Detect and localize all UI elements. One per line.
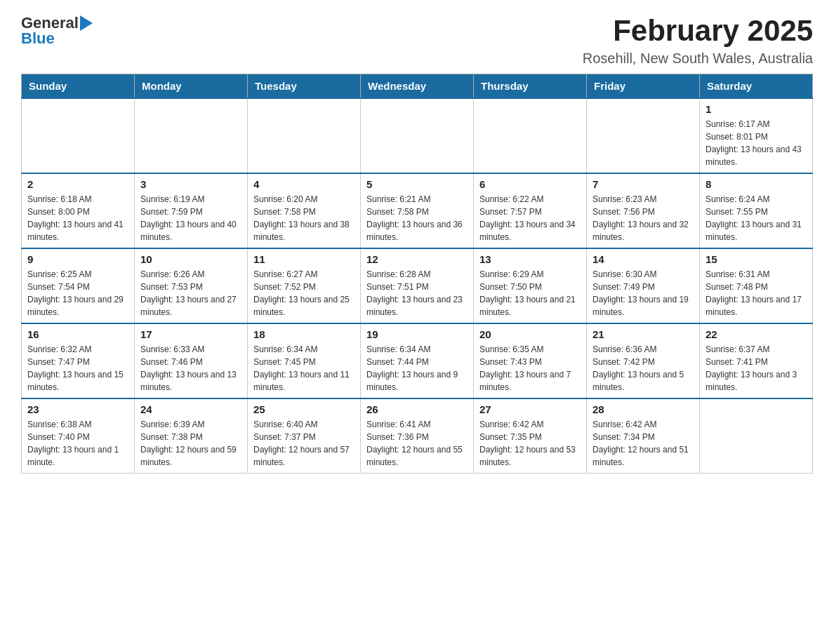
calendar-cell: 2Sunrise: 6:18 AMSunset: 8:00 PMDaylight… [22,173,135,248]
calendar-table: SundayMondayTuesdayWednesdayThursdayFrid… [21,74,813,474]
calendar-cell: 9Sunrise: 6:25 AMSunset: 7:54 PMDaylight… [22,248,135,323]
day-info: Sunrise: 6:27 AMSunset: 7:52 PMDaylight:… [253,268,355,318]
calendar-cell [700,398,813,474]
day-info: Sunrise: 6:34 AMSunset: 7:45 PMDaylight:… [253,343,355,394]
day-number: 8 [706,178,807,190]
month-title: February 2025 [583,14,813,48]
day-number: 4 [253,178,355,190]
calendar-cell [474,98,587,173]
day-info: Sunrise: 6:38 AMSunset: 7:40 PMDaylight:… [27,418,128,469]
day-number: 28 [593,403,694,415]
calendar-cell: 18Sunrise: 6:34 AMSunset: 7:45 PMDayligh… [248,323,361,398]
day-number: 10 [140,253,241,265]
day-number: 9 [27,253,128,265]
calendar-cell: 19Sunrise: 6:34 AMSunset: 7:44 PMDayligh… [361,323,474,398]
day-info: Sunrise: 6:41 AMSunset: 7:36 PMDaylight:… [366,418,468,469]
day-info: Sunrise: 6:36 AMSunset: 7:42 PMDaylight:… [593,343,694,394]
day-info: Sunrise: 6:20 AMSunset: 7:58 PMDaylight:… [253,193,355,243]
logo-blue-text: Blue [21,29,55,48]
day-info: Sunrise: 6:18 AMSunset: 8:00 PMDaylight:… [27,193,128,243]
weekday-header-thursday: Thursday [474,74,587,99]
calendar-cell: 7Sunrise: 6:23 AMSunset: 7:56 PMDaylight… [587,173,700,248]
calendar-cell: 4Sunrise: 6:20 AMSunset: 7:58 PMDaylight… [248,173,361,248]
day-info: Sunrise: 6:21 AMSunset: 7:58 PMDaylight:… [366,193,468,243]
logo: General Blue [21,14,93,48]
day-number: 13 [479,253,581,265]
calendar-cell [22,98,135,173]
calendar-week-row: 9Sunrise: 6:25 AMSunset: 7:54 PMDaylight… [22,248,813,323]
day-info: Sunrise: 6:23 AMSunset: 7:56 PMDaylight:… [593,193,694,243]
day-info: Sunrise: 6:22 AMSunset: 7:57 PMDaylight:… [479,193,581,243]
day-info: Sunrise: 6:31 AMSunset: 7:48 PMDaylight:… [706,268,807,318]
calendar-cell [587,98,700,173]
day-number: 2 [27,178,128,190]
day-info: Sunrise: 6:42 AMSunset: 7:35 PMDaylight:… [479,418,581,469]
day-info: Sunrise: 6:35 AMSunset: 7:43 PMDaylight:… [479,343,581,394]
calendar-cell: 23Sunrise: 6:38 AMSunset: 7:40 PMDayligh… [22,398,135,474]
calendar-cell [135,98,248,173]
day-number: 16 [27,328,128,340]
calendar-cell: 3Sunrise: 6:19 AMSunset: 7:59 PMDaylight… [135,173,248,248]
calendar-cell: 5Sunrise: 6:21 AMSunset: 7:58 PMDaylight… [361,173,474,248]
location-subtitle: Rosehill, New South Wales, Australia [583,51,813,67]
day-info: Sunrise: 6:39 AMSunset: 7:38 PMDaylight:… [140,418,241,469]
day-number: 24 [140,403,241,415]
calendar-cell: 16Sunrise: 6:32 AMSunset: 7:47 PMDayligh… [22,323,135,398]
calendar-cell: 20Sunrise: 6:35 AMSunset: 7:43 PMDayligh… [474,323,587,398]
calendar-cell: 27Sunrise: 6:42 AMSunset: 7:35 PMDayligh… [474,398,587,474]
day-info: Sunrise: 6:30 AMSunset: 7:49 PMDaylight:… [593,268,694,318]
day-number: 7 [593,178,694,190]
weekday-header-sunday: Sunday [22,74,135,99]
calendar-week-row: 1Sunrise: 6:17 AMSunset: 8:01 PMDaylight… [22,98,813,173]
day-number: 11 [253,253,355,265]
page-header: General Blue February 2025 Rosehill, New… [21,14,813,67]
day-number: 12 [366,253,468,265]
day-number: 17 [140,328,241,340]
day-number: 18 [253,328,355,340]
weekday-header-saturday: Saturday [700,74,813,99]
day-info: Sunrise: 6:37 AMSunset: 7:41 PMDaylight:… [706,343,807,394]
day-number: 23 [27,403,128,415]
calendar-cell: 8Sunrise: 6:24 AMSunset: 7:55 PMDaylight… [700,173,813,248]
day-info: Sunrise: 6:25 AMSunset: 7:54 PMDaylight:… [27,268,128,318]
calendar-week-row: 16Sunrise: 6:32 AMSunset: 7:47 PMDayligh… [22,323,813,398]
day-number: 5 [366,178,468,190]
calendar-cell: 1Sunrise: 6:17 AMSunset: 8:01 PMDaylight… [700,98,813,173]
day-info: Sunrise: 6:42 AMSunset: 7:34 PMDaylight:… [593,418,694,469]
day-info: Sunrise: 6:29 AMSunset: 7:50 PMDaylight:… [479,268,581,318]
day-number: 1 [706,103,807,115]
calendar-cell: 14Sunrise: 6:30 AMSunset: 7:49 PMDayligh… [587,248,700,323]
calendar-week-row: 23Sunrise: 6:38 AMSunset: 7:40 PMDayligh… [22,398,813,474]
day-number: 19 [366,328,468,340]
day-number: 26 [366,403,468,415]
day-info: Sunrise: 6:26 AMSunset: 7:53 PMDaylight:… [140,268,241,318]
day-info: Sunrise: 6:28 AMSunset: 7:51 PMDaylight:… [366,268,468,318]
calendar-cell: 22Sunrise: 6:37 AMSunset: 7:41 PMDayligh… [700,323,813,398]
weekday-header-wednesday: Wednesday [361,74,474,99]
weekday-header-friday: Friday [587,74,700,99]
day-number: 20 [479,328,581,340]
calendar-cell [248,98,361,173]
day-number: 3 [140,178,241,190]
weekday-header-tuesday: Tuesday [248,74,361,99]
calendar-cell: 26Sunrise: 6:41 AMSunset: 7:36 PMDayligh… [361,398,474,474]
calendar-header-row: SundayMondayTuesdayWednesdayThursdayFrid… [22,74,813,99]
day-number: 14 [593,253,694,265]
calendar-cell: 21Sunrise: 6:36 AMSunset: 7:42 PMDayligh… [587,323,700,398]
day-info: Sunrise: 6:17 AMSunset: 8:01 PMDaylight:… [706,118,807,168]
day-number: 15 [706,253,807,265]
day-number: 25 [253,403,355,415]
logo-triangle-icon [80,15,93,31]
calendar-cell: 6Sunrise: 6:22 AMSunset: 7:57 PMDaylight… [474,173,587,248]
calendar-cell [361,98,474,173]
calendar-cell: 25Sunrise: 6:40 AMSunset: 7:37 PMDayligh… [248,398,361,474]
title-block: February 2025 Rosehill, New South Wales,… [583,14,813,67]
day-number: 6 [479,178,581,190]
day-info: Sunrise: 6:34 AMSunset: 7:44 PMDaylight:… [366,343,468,394]
day-number: 27 [479,403,581,415]
day-number: 21 [593,328,694,340]
calendar-cell: 10Sunrise: 6:26 AMSunset: 7:53 PMDayligh… [135,248,248,323]
calendar-cell: 15Sunrise: 6:31 AMSunset: 7:48 PMDayligh… [700,248,813,323]
day-info: Sunrise: 6:40 AMSunset: 7:37 PMDaylight:… [253,418,355,469]
day-info: Sunrise: 6:33 AMSunset: 7:46 PMDaylight:… [140,343,241,394]
